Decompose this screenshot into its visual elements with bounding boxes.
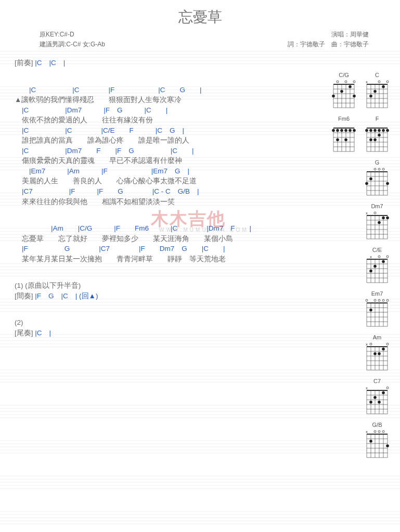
meta-suggest: 建議男調:C-C# 女:G-Ab [40,40,105,49]
outro-num: (2) [15,318,312,327]
chord-diagram: Fm6 [329,116,358,153]
lyric-line: 某年某月某日某一次擁抱 青青河畔草 靜靜 等天荒地老 [15,255,312,264]
song-title: 忘憂草 [0,0,400,27]
svg-point-130 [382,260,385,263]
svg-point-73 [382,129,385,132]
inter-num: (1) [15,282,23,289]
chord-diagram-label: C/E [372,247,382,253]
svg-text:x: x [370,255,372,259]
svg-point-94 [369,178,372,181]
chord-diagram-label: F [376,116,379,122]
svg-point-110 [378,221,381,224]
chord-diagram-column: C/G C x Fm6 F G Dm7 x C/E x Em7 Am x C7 … [324,72,392,459]
svg-point-33 [386,81,389,83]
lyric-line: ▲讓軟弱的我們懂得殘忍 狠狠面對人生每次寒冷 [15,95,312,105]
chord-diagram: G [363,159,392,197]
svg-point-201 [369,440,372,443]
intro-chords: |C |C | [33,59,66,67]
chord-diagram-label: C7 [373,378,381,384]
svg-point-34 [369,95,372,98]
svg-point-200 [382,430,384,433]
chord-line: |C |C |F |C G | [15,85,312,95]
lyric-line: 誰把誰真的當真 誰為誰心疼 誰是唯一誰的人 [15,136,312,145]
svg-point-13 [345,81,347,83]
inter-label: [間奏] [15,292,33,300]
chord-diagram-label: Em7 [371,290,383,297]
svg-point-35 [373,90,377,93]
svg-point-182 [373,396,377,399]
chord-diagram: Em7 [363,290,392,328]
svg-point-72 [378,129,381,132]
meta-key: 原KEY:C#-D [40,30,74,39]
chord-line: |C |C |C/E F |C G | [15,126,312,135]
chord-diagram-label: Dm7 [371,203,383,209]
chord-diagram: C/G [329,72,358,109]
svg-point-165 [378,352,381,356]
chord-diagram: F [363,116,392,153]
chord-line: |F G |C7 |F Dm7 G |C | [15,244,312,254]
svg-point-129 [373,265,377,268]
intro-label: [前奏] [15,59,33,67]
svg-text:x: x [366,343,368,346]
svg-point-36 [382,85,385,88]
svg-point-77 [378,134,381,137]
svg-point-202 [386,445,389,448]
svg-point-111 [382,217,385,220]
svg-point-109 [374,212,376,214]
svg-point-75 [369,138,372,142]
svg-point-162 [370,343,372,345]
svg-point-95 [386,182,389,185]
svg-point-184 [382,391,385,395]
chord-diagram-label: C [375,72,379,78]
chord-diagram: C x [363,72,392,109]
chord-line: |Am |C/G |F Fm6 |C |Dm7 F | [15,224,312,233]
meta-credits: 詞：宇德敬子 曲：宇德敬子 [288,40,369,49]
lyric-line: 美麗的人生 善良的人 心痛心酸心事太微不足道 [15,176,312,186]
lyric-line: 忘憂草 忘了就好 夢裡知多少 某天涯海角 某個小島 [15,234,312,244]
chord-diagram-label: Fm6 [338,116,350,122]
svg-point-163 [386,343,389,345]
svg-point-126 [378,256,380,258]
svg-point-148 [369,309,372,312]
outro-label: [尾奏] [15,329,33,337]
outro-chords: |C | [33,329,51,337]
svg-point-51 [340,129,343,132]
svg-point-14 [353,81,355,83]
svg-point-144 [374,299,376,301]
svg-point-93 [365,182,368,185]
svg-text:x: x [366,80,368,84]
chord-diagram: Dm7 x [363,203,392,240]
chord-diagram: C7 x [363,378,392,415]
svg-text:x: x [366,386,368,390]
chord-sheet: [前奏] |C |C | |C |C |F |C G | ▲讓軟弱的我們懂得殘忍… [0,58,312,337]
inter-chords: |F G |C | (回▲) [33,292,98,300]
svg-point-50 [336,129,339,132]
chord-diagram: Am x [363,334,392,372]
svg-point-69 [365,129,368,132]
svg-text:x: x [366,430,368,434]
svg-point-198 [374,430,376,433]
inter-note: (原曲以下升半音) [23,282,81,289]
svg-point-199 [378,430,380,433]
svg-point-183 [378,401,381,404]
chord-diagram: G/B x [363,422,392,459]
verse-block: |C |C |F |C G | ▲讓軟弱的我們懂得殘忍 狠狠面對人生每次寒冷 |… [15,85,312,207]
svg-point-91 [378,168,380,170]
svg-point-56 [344,138,347,142]
svg-point-32 [378,81,380,83]
svg-point-143 [366,299,368,301]
svg-point-74 [386,129,389,132]
svg-point-112 [386,217,389,220]
svg-point-181 [369,401,372,404]
chord-diagram-label: G [375,159,380,166]
chord-diagram-label: G/B [372,422,382,428]
svg-point-52 [344,129,347,132]
meta-singer: 演唱：周華健 [331,30,369,39]
svg-point-15 [332,95,335,98]
svg-point-16 [340,90,343,93]
chord-line: |Em7 |Am |F |Em7 G | [15,167,312,176]
svg-point-128 [369,270,372,273]
svg-point-164 [373,352,377,356]
chord-diagram: C/E x [363,247,392,284]
svg-point-17 [349,85,352,88]
